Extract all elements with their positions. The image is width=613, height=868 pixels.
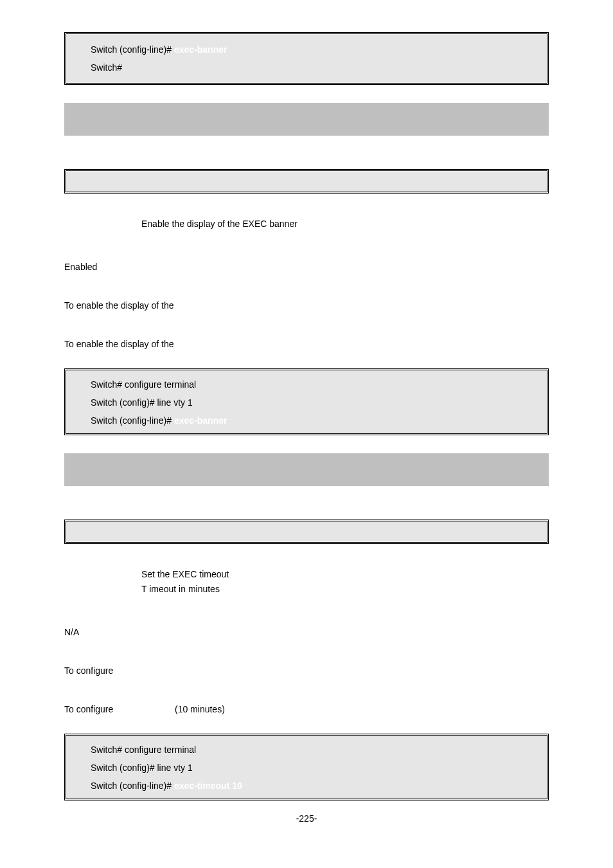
code-line: Switch# [91,59,535,77]
syntax-box: exec-timeout <0-1440> [64,520,549,544]
page-number: -225- [64,813,549,824]
default-label: Default [64,613,549,623]
mode-text: To enable the display of the EXEC banner… [64,300,549,311]
usage-text: To enable the display of the EXEC banner… [64,339,549,349]
default-label: Default [64,248,549,258]
usage-label: Usage Guide [64,325,549,335]
usage-text: To configure EXEC timeout (10 minutes) [64,704,549,714]
prompt-text: Switch (config-line)# [91,44,172,55]
param-value: Enable the display of the EXEC banner [141,217,549,231]
syntax-label: Syntax [64,155,549,165]
usage-label: Usage Guide [64,690,549,700]
mode-text: To configure EXEC timeout [64,665,549,676]
code-line: Switch (config-line)# exec-banner [91,41,535,59]
example-label: Example [64,719,549,730]
param-value: Set the EXEC timeout [141,567,549,581]
param-key: <0-1440> [64,582,141,596]
default-text: Enabled [64,262,549,272]
parameter-row: exec-timeout Set the EXEC timeout [64,567,549,581]
parameter-label: Parameter [64,553,549,563]
code-line: Switch# configure terminal [91,741,535,759]
example-label: Example [64,354,549,365]
code-line: Switch (config)# line vty 1 [91,759,535,777]
param-key: exec-banner [64,217,141,231]
code-line: Switch# configure terminal [91,375,535,393]
syntax-box: exec-banner [64,169,549,194]
example-code-box: Switch# configure terminal Switch (confi… [64,734,549,800]
example-code-box: Switch# configure terminal Switch (confi… [64,368,549,435]
mode-label: Mode [64,651,549,662]
intro-code-box: Switch (config-line)# exec-banner Switch… [64,32,549,85]
page-container: Switch (config-line)# exec-banner Switch… [0,0,613,843]
param-value: T imeout in minutes [141,582,549,596]
code-line: Switch (config-line)# exec-banner [91,411,535,429]
command-text: exec-banner [174,44,227,55]
parameter-row: <0-1440> T imeout in minutes [64,582,549,596]
parameter-label: Parameter [64,203,549,213]
mode-label: Mode [64,286,549,296]
default-text: N/A [64,627,549,637]
section-heading: exec-timeout [64,453,549,486]
code-line: Switch (config-line)# exec-timeout 10 [91,777,535,795]
syntax-label: Syntax [64,505,549,516]
param-key: exec-timeout [64,567,141,581]
section-heading: exec-banner [64,103,549,136]
parameter-row: exec-banner Enable the display of the EX… [64,217,549,231]
code-line: Switch (config)# line vty 1 [91,393,535,411]
